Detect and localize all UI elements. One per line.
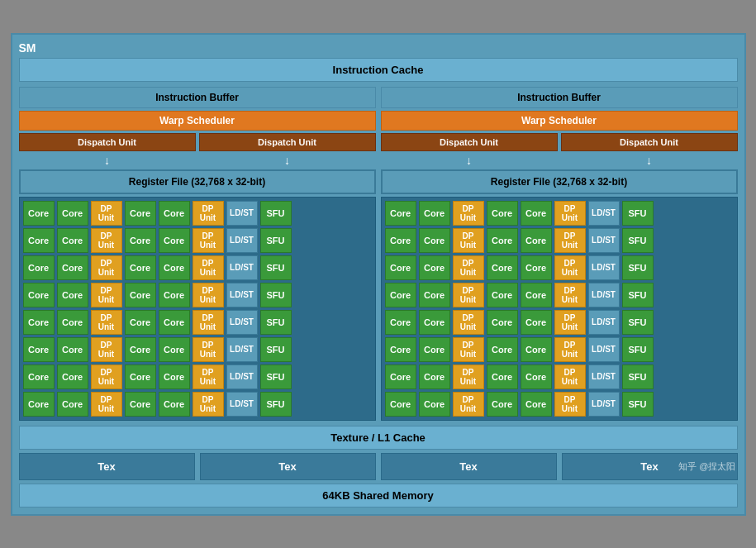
right-core-row-4: Core Core DPUnit Core Core DPUnit LD/ST … xyxy=(385,283,734,307)
core: Core xyxy=(521,283,552,307)
core: Core xyxy=(385,310,416,335)
dp-unit: DPUnit xyxy=(554,392,586,417)
core: Core xyxy=(57,228,88,253)
right-warp-scheduler: Warp Scheduler xyxy=(381,111,738,131)
dp-unit: DPUnit xyxy=(554,255,586,280)
dp-unit: DPUnit xyxy=(453,365,484,389)
sfu: SFU xyxy=(622,283,654,307)
ldst: LD/ST xyxy=(588,310,620,335)
left-dispatch-row: Dispatch Unit Dispatch Unit xyxy=(19,133,376,151)
sm-container: SM Instruction Cache Instruction Buffer … xyxy=(11,33,746,516)
left-core-row-8: Core Core DPUnit Core Core DPUnit LD/ST … xyxy=(23,392,372,417)
right-arrow-row: ↓ ↓ xyxy=(381,154,738,167)
core: Core xyxy=(385,392,416,417)
core: Core xyxy=(487,255,518,280)
core: Core xyxy=(125,228,156,253)
ldst: LD/ST xyxy=(588,392,620,417)
ldst: LD/ST xyxy=(226,201,258,226)
ldst: LD/ST xyxy=(226,310,258,335)
ldst: LD/ST xyxy=(588,337,620,362)
dp-unit: DPUnit xyxy=(453,337,484,362)
core: Core xyxy=(487,310,518,335)
dp-unit: DPUnit xyxy=(453,201,484,226)
right-core-row-1: Core Core DPUnit Core Core DPUnit LD/ST … xyxy=(385,201,734,226)
dp-unit: DPUnit xyxy=(91,310,122,335)
right-core-row-5: Core Core DPUnit Core Core DPUnit LD/ST … xyxy=(385,310,734,335)
core: Core xyxy=(385,255,416,280)
core: Core xyxy=(23,255,55,280)
tex-row: Tex Tex Tex Tex xyxy=(19,453,738,480)
core: Core xyxy=(521,365,552,389)
left-core-row-5: Core Core DPUnit Core Core DPUnit LD/ST … xyxy=(23,310,372,335)
dp-unit: DPUnit xyxy=(193,283,224,307)
core: Core xyxy=(419,201,450,226)
core: Core xyxy=(521,255,552,280)
core: Core xyxy=(487,201,518,226)
core: Core xyxy=(159,255,190,280)
sfu: SFU xyxy=(622,365,654,389)
left-instruction-buffer: Instruction Buffer xyxy=(19,87,376,108)
right-arrow-1: ↓ xyxy=(381,154,558,167)
core: Core xyxy=(419,310,450,335)
right-core-row-2: Core Core DPUnit Core Core DPUnit LD/ST … xyxy=(385,228,734,253)
left-register-file: Register File (32,768 x 32-bit) xyxy=(19,169,376,194)
dp-unit: DPUnit xyxy=(91,255,122,280)
ldst: LD/ST xyxy=(226,283,258,307)
sfu: SFU xyxy=(622,255,654,280)
sfu: SFU xyxy=(622,228,654,253)
core: Core xyxy=(159,392,190,417)
core: Core xyxy=(125,310,156,335)
dp-unit: DPUnit xyxy=(453,255,484,280)
core: Core xyxy=(521,310,552,335)
core: Core xyxy=(125,201,156,226)
texture-l1-cache: Texture / L1 Cache xyxy=(19,426,738,450)
left-core-row-4: Core Core DPUnit Core Core DPUnit LD/ST … xyxy=(23,283,372,307)
left-warp-scheduler: Warp Scheduler xyxy=(19,111,376,131)
core: Core xyxy=(487,365,518,389)
sfu: SFU xyxy=(260,283,292,307)
left-half: Instruction Buffer Warp Scheduler Dispat… xyxy=(19,87,376,421)
right-register-file: Register File (32,768 x 32-bit) xyxy=(381,169,738,194)
core: Core xyxy=(57,283,88,307)
core: Core xyxy=(385,228,416,253)
watermark: 知乎 @捏太阳 xyxy=(678,460,735,473)
core: Core xyxy=(521,337,552,362)
core: Core xyxy=(487,337,518,362)
shared-memory: 64KB Shared Memory xyxy=(19,484,738,507)
core: Core xyxy=(487,283,518,307)
core: Core xyxy=(125,283,156,307)
core: Core xyxy=(159,337,190,362)
core: Core xyxy=(125,337,156,362)
dp-unit: DPUnit xyxy=(193,392,224,417)
sfu: SFU xyxy=(260,365,292,389)
dp-unit: DPUnit xyxy=(554,337,586,362)
core: Core xyxy=(23,201,55,226)
right-dispatch-unit-2: Dispatch Unit xyxy=(561,133,738,151)
core: Core xyxy=(521,228,552,253)
core: Core xyxy=(487,228,518,253)
left-arrow-row: ↓ ↓ xyxy=(19,154,376,167)
sfu: SFU xyxy=(260,201,292,226)
tex-3: Tex xyxy=(381,453,557,480)
dp-unit: DPUnit xyxy=(193,365,224,389)
core: Core xyxy=(159,365,190,389)
right-arrow-2: ↓ xyxy=(561,154,738,167)
dp-unit: DPUnit xyxy=(453,392,484,417)
ldst: LD/ST xyxy=(588,201,620,226)
left-cores-grid: Core Core DPUnit Core Core DPUnit LD/ST … xyxy=(19,197,376,421)
ldst: LD/ST xyxy=(226,255,258,280)
left-core-row-2: Core Core DPUnit Core Core DPUnit LD/ST … xyxy=(23,228,372,253)
left-core-row-6: Core Core DPUnit Core Core DPUnit LD/ST … xyxy=(23,337,372,362)
core: Core xyxy=(125,255,156,280)
ldst: LD/ST xyxy=(226,228,258,253)
tex-2: Tex xyxy=(200,453,376,480)
left-arrow-2: ↓ xyxy=(199,154,376,167)
sfu: SFU xyxy=(622,337,654,362)
ldst: LD/ST xyxy=(588,255,620,280)
core: Core xyxy=(419,283,450,307)
right-half: Instruction Buffer Warp Scheduler Dispat… xyxy=(381,87,738,421)
right-core-row-3: Core Core DPUnit Core Core DPUnit LD/ST … xyxy=(385,255,734,280)
dp-unit: DPUnit xyxy=(453,283,484,307)
core: Core xyxy=(57,365,88,389)
left-arrow-1: ↓ xyxy=(19,154,196,167)
